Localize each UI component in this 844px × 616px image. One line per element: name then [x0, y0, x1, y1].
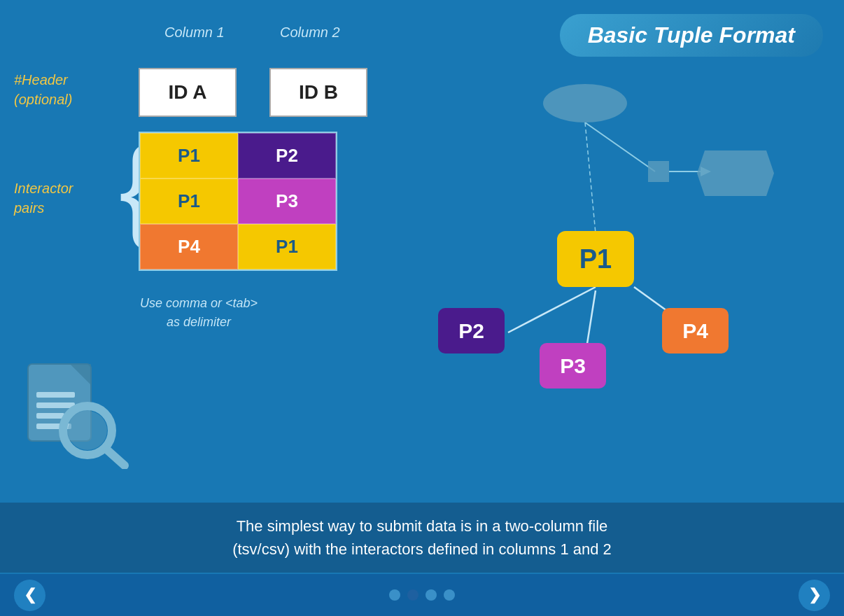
header-cell-ida: ID A: [139, 68, 237, 117]
bottom-text-line1: The simplest way to submit data is in a …: [232, 514, 612, 538]
graph-node-p3: P3: [540, 343, 606, 388]
interactor-label-line2: pairs: [14, 198, 73, 218]
tuple-cell-p1-row1: P1: [140, 133, 238, 178]
svg-rect-5: [36, 413, 64, 419]
bottom-bar: The simplest way to submit data is in a …: [0, 503, 844, 573]
tuple-table: P1 P2 P1 P3 P4 P1: [139, 132, 337, 271]
page-container: Basic Tuple Format Column 1 Column 2 #He…: [0, 0, 844, 616]
graph-p2-label: P2: [458, 319, 484, 343]
svg-rect-3: [36, 392, 75, 398]
graph-node-square: [648, 161, 669, 182]
delimiter-note-line1: Use comma or <tab>: [140, 294, 258, 313]
nav-dot-1[interactable]: [389, 589, 400, 601]
graph-node-p1: P1: [557, 231, 634, 287]
file-search-icon: [21, 357, 133, 469]
header-cell-idb: ID B: [269, 68, 367, 117]
table-row: P1 P3: [140, 178, 336, 224]
nav-dot-3[interactable]: [425, 589, 437, 601]
chevron-right-icon: ❯: [808, 586, 821, 604]
chevron-left-icon: ❮: [24, 586, 36, 604]
column-2-label: Column 2: [280, 24, 340, 41]
svg-point-8: [68, 411, 107, 450]
tuple-cell-p1-row2: P1: [140, 178, 238, 224]
table-row: P1 P2: [140, 133, 336, 178]
nav-dot-4[interactable]: [444, 589, 455, 601]
column-1-label: Column 1: [164, 24, 225, 41]
nav-dot-2[interactable]: [407, 589, 419, 601]
interactor-label-line1: Interactor: [14, 178, 73, 198]
svg-line-13: [508, 287, 596, 332]
graph-p4-label: P4: [682, 319, 708, 343]
delimiter-note: Use comma or <tab> as delimiter: [140, 294, 258, 332]
bottom-text-line2: (tsv/csv) with the interactors defined i…: [232, 538, 612, 561]
svg-line-10: [585, 122, 655, 172]
tuple-cell-p4-row3: P4: [140, 224, 238, 270]
header-optional-label: #Header (optional): [14, 70, 72, 109]
header-cell-idb-text: ID B: [299, 81, 338, 104]
svg-line-9: [105, 448, 125, 465]
nav-next-button[interactable]: ❯: [799, 580, 830, 611]
delimiter-note-line2: as delimiter: [140, 313, 258, 332]
tuple-cell-p3-row2: P3: [238, 178, 336, 224]
graph-node-oval: [543, 84, 627, 122]
interactor-pairs-label: Interactor pairs: [14, 178, 73, 218]
graph-node-p4: P4: [662, 308, 729, 354]
graph-p1-label: P1: [579, 244, 612, 274]
main-slide: Basic Tuple Format Column 1 Column 2 #He…: [0, 0, 844, 574]
graph-node-hexagon: [697, 150, 774, 196]
graph-area: P1 P2 P3 P4: [417, 42, 823, 434]
header-label-line1: #Header: [14, 70, 72, 90]
bottom-text: The simplest way to submit data is in a …: [232, 514, 612, 561]
nav-bar: ❮ ❯: [0, 574, 844, 616]
svg-rect-4: [36, 402, 75, 408]
table-row: P4 P1: [140, 224, 336, 270]
tuple-cell-p2-row1: P2: [238, 133, 336, 178]
graph-node-p2: P2: [438, 308, 505, 354]
graph-p3-label: P3: [560, 354, 586, 378]
tuple-cell-p1-row3: P1: [238, 224, 336, 270]
header-cell-ida-text: ID A: [169, 81, 207, 104]
nav-dots: [389, 589, 455, 601]
nav-prev-button[interactable]: ❮: [14, 580, 45, 611]
header-label-line2: (optional): [14, 90, 72, 109]
